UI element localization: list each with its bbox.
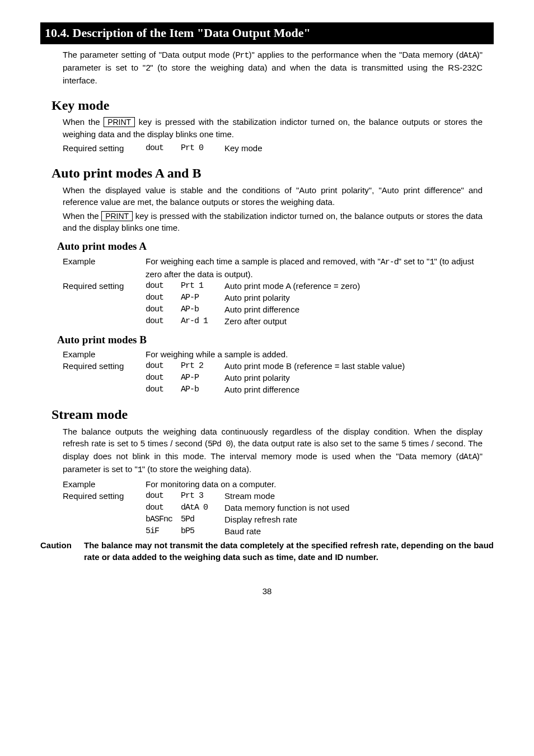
example-label: Example (63, 348, 146, 360)
ex-a: For weighing each time a sample is place… (146, 256, 381, 266)
print-key: PRINT (101, 211, 133, 221)
blank (63, 292, 146, 304)
desc-col: Key mode (224, 142, 267, 154)
seg-col1: dout (146, 384, 181, 395)
table-row: dout AP-P Auto print polarity (63, 372, 409, 384)
heading-stream-mode: Stream mode (51, 405, 494, 424)
heading-key-mode: Key mode (51, 96, 494, 115)
blank (63, 514, 146, 525)
table-row: dout Ar-d 1 Zero after output (63, 315, 483, 327)
seg-col2: AP-b (181, 304, 224, 315)
table-row: Example For monitoring data on a compute… (63, 478, 354, 490)
blank (63, 525, 146, 537)
seg-col2: Prt 0 (181, 142, 224, 154)
intro-text-a: The parameter setting of "Data output mo… (63, 50, 236, 59)
stream-table: Example For monitoring data on a compute… (63, 478, 354, 537)
print-key: PRINT (104, 117, 135, 127)
table-row: dout AP-b Auto print difference (63, 384, 409, 395)
desc-col: Auto print polarity (224, 292, 483, 304)
table-row: Required setting dout Prt 3 Stream mode (63, 490, 354, 502)
ab-text-a: When the (63, 211, 101, 221)
table-row: dout AP-P Auto print polarity (63, 292, 483, 304)
desc-col: Auto print mode A (reference = zero) (224, 280, 483, 292)
keymode-settings-table: Required setting dout Prt 0 Key mode (63, 142, 267, 154)
blank (63, 315, 146, 327)
seg-data: dAtA (459, 51, 477, 60)
table-row: dout dAtA 0 Data memory function is not … (63, 502, 354, 514)
blank (63, 384, 146, 395)
desc-col: Stream mode (224, 490, 354, 502)
caution-text: The balance may not transmit the data co… (84, 539, 494, 563)
page-number: 38 (40, 585, 494, 597)
heading-auto-ab: Auto print modes A and B (51, 164, 494, 183)
desc-col: Auto print difference (224, 304, 483, 315)
seg-2: 2 (146, 64, 150, 73)
keymode-paragraph: When the PRINT key is pressed with the s… (63, 116, 483, 140)
caution-block: Caution The balance may not transmit the… (40, 539, 494, 563)
table-row: Required setting dout Prt 0 Key mode (63, 142, 267, 154)
required-setting-label: Required setting (63, 490, 146, 502)
desc-col: Data memory function is not used (224, 502, 354, 514)
seg-ard: Ar-d (381, 258, 399, 267)
example-text: For monitoring data on a computer. (146, 478, 354, 490)
modeb-table: Example For weighing while a sample is a… (63, 348, 409, 395)
seg-col1: dout (146, 292, 181, 304)
caution-label: Caution (40, 539, 84, 563)
table-row: Required setting dout Prt 2 Auto print m… (63, 360, 409, 372)
seg-col1: dout (146, 315, 181, 327)
table-row: Required setting dout Prt 1 Auto print m… (63, 280, 483, 292)
seg-col1: dout (146, 142, 181, 154)
desc-col: Auto print difference (224, 384, 409, 395)
table-row: 5iF bP5 Baud rate (63, 525, 354, 537)
heading-mode-a: Auto print modes A (57, 239, 494, 254)
desc-col: Baud rate (224, 525, 354, 537)
example-label: Example (63, 478, 146, 490)
intro-text-b: )" applies to the performance when the "… (249, 50, 459, 59)
blank (63, 372, 146, 384)
blank (63, 304, 146, 315)
autoab-p2: When the PRINT key is pressed with the s… (63, 210, 483, 234)
table-row: dout AP-b Auto print difference (63, 304, 483, 315)
example-label: Example (63, 255, 146, 280)
stream-paragraph: The balance outputs the weighing data co… (63, 426, 483, 476)
seg-col2: bP5 (181, 525, 224, 537)
seg-col2: 5Pd (181, 514, 224, 525)
km-text-a: When the (63, 117, 104, 127)
table-row: Example For weighing while a sample is a… (63, 348, 409, 360)
desc-col: Display refresh rate (224, 514, 354, 525)
seg-col2: AP-P (181, 292, 224, 304)
seg-1: 1 (138, 465, 142, 475)
seg-col2: AP-P (181, 372, 224, 384)
st-d: " (to store the weighing data). (142, 464, 251, 474)
seg-5pd: 5Pd 0 (208, 440, 230, 449)
seg-col1: dout (146, 372, 181, 384)
heading-mode-b: Auto print modes B (57, 333, 494, 348)
table-row: bASFnc 5Pd Display refresh rate (63, 514, 354, 525)
seg-col1: bASFnc (146, 514, 181, 525)
example-text: For weighing while a sample is added. (146, 348, 409, 360)
intro-paragraph: The parameter setting of "Data output mo… (63, 49, 483, 86)
section-banner: 10.4. Description of the Item "Data Outp… (40, 22, 494, 44)
seg-prt: Prt (236, 51, 249, 60)
seg-col1: dout (146, 304, 181, 315)
table-row: Example For weighing each time a sample … (63, 255, 483, 280)
desc-col: Auto print mode B (reference = last stab… (224, 360, 409, 372)
seg-col1: dout (146, 490, 181, 502)
required-setting-label: Required setting (63, 142, 146, 154)
ex-b: " set to " (399, 256, 430, 266)
seg-col1: dout (146, 502, 181, 514)
example-text: For weighing each time a sample is place… (146, 255, 483, 280)
blank (63, 502, 146, 514)
seg-col2: AP-b (181, 384, 224, 395)
seg-col1: 5iF (146, 525, 181, 537)
autoab-p1: When the displayed value is stable and t… (63, 184, 483, 208)
seg-col2: Prt 2 (181, 360, 224, 372)
required-setting-label: Required setting (63, 280, 146, 292)
required-setting-label: Required setting (63, 360, 146, 372)
seg-col1: dout (146, 360, 181, 372)
seg-col2: Prt 3 (181, 490, 224, 502)
seg-col1: dout (146, 280, 181, 292)
desc-col: Auto print polarity (224, 372, 409, 384)
modea-table: Example For weighing each time a sample … (63, 255, 483, 327)
seg-col2: Prt 1 (181, 280, 224, 292)
